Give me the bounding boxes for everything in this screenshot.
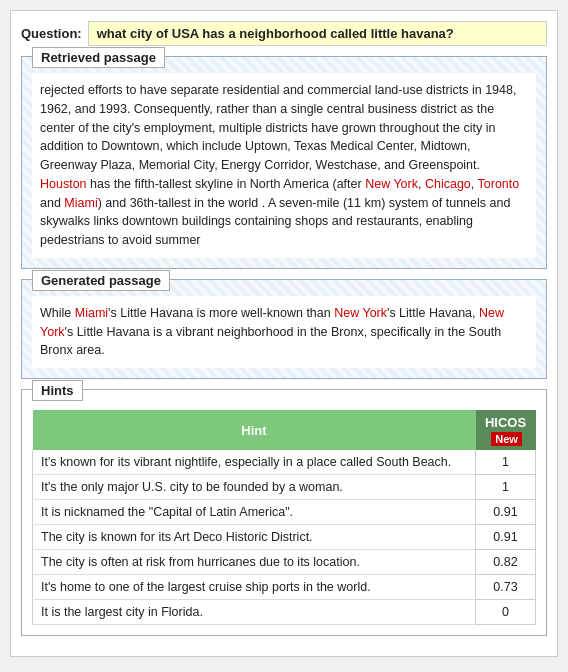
hints-title: Hints bbox=[32, 380, 83, 401]
hints-section: Hints Hint HICOS New It's known for its … bbox=[21, 389, 547, 636]
retrieved-passage-text: rejected efforts to have separate reside… bbox=[40, 81, 528, 250]
city-miami-2: Miami bbox=[75, 306, 108, 320]
generated-passage-content: While Miami's Little Havana is more well… bbox=[32, 296, 536, 368]
table-row: It is nicknamed the "Capital of Latin Am… bbox=[33, 500, 536, 525]
hicos-cell: 0.91 bbox=[476, 525, 536, 550]
hicos-cell: 0.82 bbox=[476, 550, 536, 575]
city-miami-1: Miami bbox=[64, 196, 97, 210]
question-row: Question: what city of USA has a neighbo… bbox=[21, 21, 547, 46]
main-container: Question: what city of USA has a neighbo… bbox=[10, 10, 558, 657]
table-row: It is the largest city in Florida.0 bbox=[33, 600, 536, 625]
retrieved-passage-content: rejected efforts to have separate reside… bbox=[32, 73, 536, 258]
generated-passage-section: Generated passage While Miami's Little H… bbox=[21, 279, 547, 379]
hicos-cell: 0.91 bbox=[476, 500, 536, 525]
generated-passage-title: Generated passage bbox=[32, 270, 170, 291]
hint-cell: It's known for its vibrant nightlife, es… bbox=[33, 450, 476, 475]
question-text: what city of USA has a neighborhood call… bbox=[88, 21, 547, 46]
table-row: The city is known for its Art Deco Histo… bbox=[33, 525, 536, 550]
hints-table: Hint HICOS New It's known for its vibran… bbox=[32, 410, 536, 625]
city-newyork-2: New York bbox=[334, 306, 387, 320]
hicos-cell: 1 bbox=[476, 450, 536, 475]
hicos-cell: 0 bbox=[476, 600, 536, 625]
city-newyork-1: New York bbox=[365, 177, 418, 191]
city-chicago: Chicago bbox=[425, 177, 471, 191]
question-label: Question: bbox=[21, 26, 82, 41]
hint-cell: It's home to one of the largest cruise s… bbox=[33, 575, 476, 600]
city-newyork-3: New York bbox=[40, 306, 504, 339]
generated-passage-text: While Miami's Little Havana is more well… bbox=[40, 304, 528, 360]
retrieved-passage-section: Retrieved passage rejected efforts to ha… bbox=[21, 56, 547, 269]
table-row: It's home to one of the largest cruise s… bbox=[33, 575, 536, 600]
hint-column-header: Hint bbox=[33, 410, 476, 450]
hint-cell: The city is known for its Art Deco Histo… bbox=[33, 525, 476, 550]
table-row: It's the only major U.S. city to be foun… bbox=[33, 475, 536, 500]
retrieved-passage-title: Retrieved passage bbox=[32, 47, 165, 68]
hicos-column-header: HICOS New bbox=[476, 410, 536, 450]
hint-cell: The city is often at risk from hurricane… bbox=[33, 550, 476, 575]
hicos-cell: 1 bbox=[476, 475, 536, 500]
hint-cell: It is the largest city in Florida. bbox=[33, 600, 476, 625]
hint-cell: It is nicknamed the "Capital of Latin Am… bbox=[33, 500, 476, 525]
table-row: It's known for its vibrant nightlife, es… bbox=[33, 450, 536, 475]
table-row: The city is often at risk from hurricane… bbox=[33, 550, 536, 575]
city-toronto: Toronto bbox=[478, 177, 520, 191]
hint-cell: It's the only major U.S. city to be foun… bbox=[33, 475, 476, 500]
city-houston: Houston bbox=[40, 177, 87, 191]
new-badge: New bbox=[491, 432, 522, 446]
hicos-cell: 0.73 bbox=[476, 575, 536, 600]
